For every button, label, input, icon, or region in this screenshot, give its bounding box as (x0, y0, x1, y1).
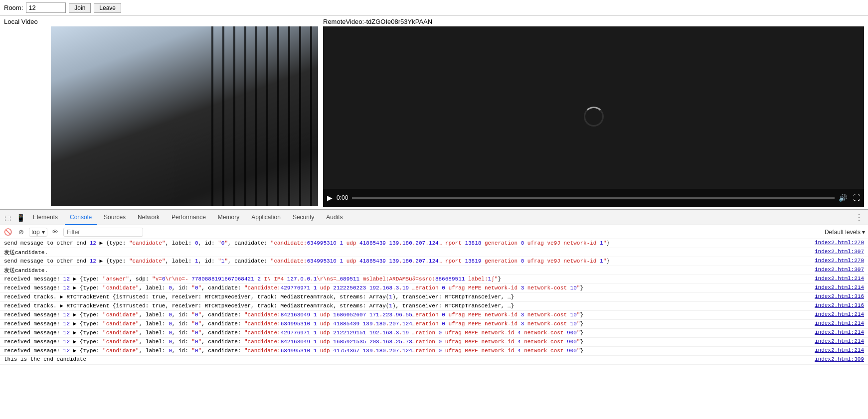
more-options-icon[interactable]: ⋮ (855, 213, 866, 222)
log-text: send message to other end 12 ▶ {type: "c… (0, 258, 803, 264)
log-row: received message! 12 ▶ {type: "candidate… (0, 311, 868, 320)
local-video (51, 26, 318, 206)
default-levels[interactable]: Default levels ▾ (825, 229, 865, 236)
progress-bar[interactable] (352, 197, 835, 199)
log-row: received message! 12 ▶ {type: "candidate… (0, 329, 868, 338)
join-button[interactable]: Join (69, 3, 91, 13)
log-text: 发送candidate. (0, 267, 803, 274)
log-row: received message! 12 ▶ {type: "candidate… (0, 338, 868, 347)
log-text: send message to other end 12 ▶ {type: "c… (0, 240, 803, 246)
log-text: received message! 12 ▶ {type: "candidate… (0, 338, 803, 345)
log-source[interactable]: index2.html:214 (803, 347, 868, 353)
remote-video-label: RemoteVideo:-tdZGOIe08r53YkPAAN (323, 18, 864, 25)
log-text: received message! 12 ▶ {type: "candidate… (0, 311, 803, 318)
fullscreen-icon[interactable]: ⛶ (853, 194, 860, 202)
log-source[interactable]: index2.html:316 (803, 302, 868, 308)
leave-button[interactable]: Leave (94, 3, 121, 13)
log-source[interactable]: index2.html:214 (803, 276, 868, 281)
play-icon[interactable]: ▶ (327, 194, 333, 202)
controls-right: 🔊 ⛶ (839, 194, 860, 202)
filter-input[interactable] (63, 228, 143, 237)
log-row: received tracks. ▶ RTCTrackEvent {isTrus… (0, 302, 868, 311)
video-controls: ▶ 0:00 🔊 ⛶ (323, 189, 864, 207)
log-source[interactable]: index2.html:214 (803, 320, 868, 326)
remote-video-container: RemoteVideo:-tdZGOIe08r53YkPAAN ▶ 0:00 🔊… (319, 16, 868, 210)
log-source[interactable]: index2.html:307 (803, 249, 868, 255)
local-video-container: Local Video (0, 16, 319, 210)
local-video-label: Local Video (4, 18, 315, 25)
default-levels-label: Default levels (825, 229, 861, 236)
remote-video: ▶ 0:00 🔊 ⛶ (323, 26, 864, 207)
log-text: received message! 12 ▶ {type: "candidate… (0, 347, 803, 354)
chevron-down-icon: ▾ (42, 229, 45, 236)
console-log[interactable]: send message to other end 12 ▶ {type: "c… (0, 239, 868, 419)
default-levels-chevron: ▾ (862, 229, 865, 236)
log-row: this is the end candidateindex2.html:309 (0, 356, 868, 365)
log-source[interactable]: index2.html:214 (803, 329, 868, 335)
app-bar: Room: Join Leave (0, 0, 868, 16)
video-area: Local Video RemoteVideo:-tdZGOIe08r53YkP… (0, 16, 868, 210)
tab-console[interactable]: Console (65, 210, 97, 225)
log-row: received tracks. ▶ RTCTrackEvent {isTrus… (0, 293, 868, 302)
log-source[interactable]: index2.html:214 (803, 338, 868, 344)
loading-spinner (584, 107, 604, 127)
log-source[interactable]: index2.html:316 (803, 293, 868, 299)
tab-sources[interactable]: Sources (99, 210, 131, 225)
devtools-panel: ⬚ 📱 Elements Console Sources Network Per… (0, 209, 868, 419)
top-selector[interactable]: top ▾ (29, 228, 47, 237)
log-row: send message to other end 12 ▶ {type: "c… (0, 239, 868, 248)
tab-application[interactable]: Application (246, 210, 286, 225)
room-label: Room: (4, 4, 23, 11)
log-row: received message! 12 ▶ {type: "candidate… (0, 320, 868, 329)
console-filter-icon[interactable]: ⊘ (16, 227, 26, 237)
log-text: this is the end candidate (0, 356, 803, 362)
clear-console-icon[interactable]: 🚫 (3, 227, 13, 237)
console-toolbar: 🚫 ⊘ top ▾ 👁 Default levels ▾ (0, 225, 868, 239)
room-input[interactable] (26, 2, 66, 13)
log-row: 发送candidate.index2.html:307 (0, 248, 868, 257)
local-video-inner (51, 26, 318, 206)
log-text: received message! 12 ▶ {type: "candidate… (0, 284, 803, 291)
volume-icon[interactable]: 🔊 (839, 194, 847, 202)
log-row: received message! 12 ▶ {type: "answer", … (0, 275, 868, 284)
log-row: send message to other end 12 ▶ {type: "c… (0, 257, 868, 266)
log-row: received message! 12 ▶ {type: "candidate… (0, 284, 868, 293)
mobile-icon[interactable]: 📱 (15, 212, 26, 223)
tab-elements[interactable]: Elements (28, 210, 63, 225)
eye-icon[interactable]: 👁 (50, 227, 60, 237)
log-source[interactable]: index2.html:307 (803, 267, 868, 273)
tab-network[interactable]: Network (133, 210, 165, 225)
log-text: received tracks. ▶ RTCTrackEvent {isTrus… (0, 302, 803, 309)
log-text: received message! 12 ▶ {type: "answer", … (0, 276, 803, 282)
log-text: received tracks. ▶ RTCTrackEvent {isTrus… (0, 293, 803, 300)
inspect-icon[interactable]: ⬚ (2, 212, 13, 223)
log-text: received message! 12 ▶ {type: "candidate… (0, 329, 803, 336)
time-display: 0:00 (337, 194, 348, 201)
devtools-topbar: ⬚ 📱 Elements Console Sources Network Per… (0, 210, 868, 225)
tab-security[interactable]: Security (288, 210, 319, 225)
log-text: 发送candidate. (0, 249, 803, 256)
tab-performance[interactable]: Performance (167, 210, 211, 225)
log-text: received message! 12 ▶ {type: "candidate… (0, 320, 803, 327)
tab-audits[interactable]: Audits (321, 210, 347, 225)
log-source[interactable]: index2.html:309 (803, 356, 868, 362)
log-source[interactable]: index2.html:270 (803, 258, 868, 264)
log-source[interactable]: index2.html:214 (803, 311, 868, 317)
log-source[interactable]: index2.html:214 (803, 284, 868, 290)
top-selector-label: top (31, 229, 40, 236)
log-row: received message! 12 ▶ {type: "candidate… (0, 347, 868, 356)
tab-memory[interactable]: Memory (213, 210, 244, 225)
log-row: 发送candidate.index2.html:307 (0, 266, 868, 275)
log-source[interactable]: index2.html:270 (803, 240, 868, 246)
